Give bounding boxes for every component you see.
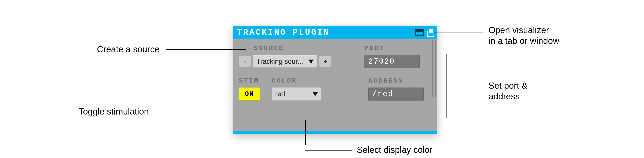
annotation-open-visualizer-line1: Open visualizer xyxy=(488,25,549,35)
stim-toggle-button[interactable]: ON xyxy=(239,88,260,101)
add-source-button[interactable]: + xyxy=(320,56,331,67)
source-dropdown[interactable]: Tracking sour... xyxy=(253,55,317,68)
row-stim-color-address: STIM ON COLOR red ADDRESS /red xyxy=(239,77,432,101)
annotation-set-port-line2: address xyxy=(488,91,520,102)
tracking-plugin-panel: TRACKING PLUGIN SOURCE - Tracking sour..… xyxy=(233,26,437,134)
resize-grip-icon[interactable] xyxy=(432,39,436,97)
address-input-value: /red xyxy=(372,90,394,99)
annotation-open-visualizer-line2: in a tab or window xyxy=(488,36,559,46)
port-input-value: 27020 xyxy=(368,57,395,66)
color-dropdown[interactable]: red xyxy=(272,88,321,101)
bottom-accent-bar xyxy=(233,131,437,134)
title-bar: TRACKING PLUGIN xyxy=(233,26,437,39)
leader-line xyxy=(446,54,446,118)
annotation-select-color: Select display color xyxy=(357,145,432,155)
leader-line xyxy=(305,150,352,150)
color-dropdown-value: red xyxy=(275,90,285,98)
port-label: PORT xyxy=(364,45,420,52)
color-label: COLOR xyxy=(272,77,321,85)
annotation-set-port-line1: Set port & xyxy=(488,81,528,91)
row-source-port: SOURCE - Tracking sour... + PORT 27020 xyxy=(239,45,432,68)
address-input[interactable]: /red xyxy=(368,88,424,101)
remove-source-button[interactable]: - xyxy=(239,56,251,67)
panel-title: TRACKING PLUGIN xyxy=(237,28,330,37)
source-label: SOURCE xyxy=(239,45,342,52)
leader-line xyxy=(446,86,484,86)
open-in-window-icon[interactable] xyxy=(427,29,434,36)
address-label: ADDRESS xyxy=(368,77,424,85)
annotation-create-source: Create a source xyxy=(97,44,159,55)
source-dropdown-value: Tracking sour... xyxy=(256,57,303,65)
leader-line xyxy=(162,112,236,112)
panel-body: SOURCE - Tracking sour... + PORT 27020 xyxy=(233,39,437,101)
leader-line xyxy=(305,120,306,145)
open-in-tab-icon[interactable] xyxy=(415,29,424,36)
chevron-down-icon xyxy=(312,92,318,96)
stim-label: STIM xyxy=(239,77,266,85)
leader-line xyxy=(434,33,483,33)
port-input[interactable]: 27020 xyxy=(364,55,420,68)
title-bar-icons xyxy=(415,26,434,39)
chevron-down-icon xyxy=(308,59,314,63)
leader-line xyxy=(166,49,246,50)
annotation-toggle-stim: Toggle stimulation xyxy=(78,106,149,117)
